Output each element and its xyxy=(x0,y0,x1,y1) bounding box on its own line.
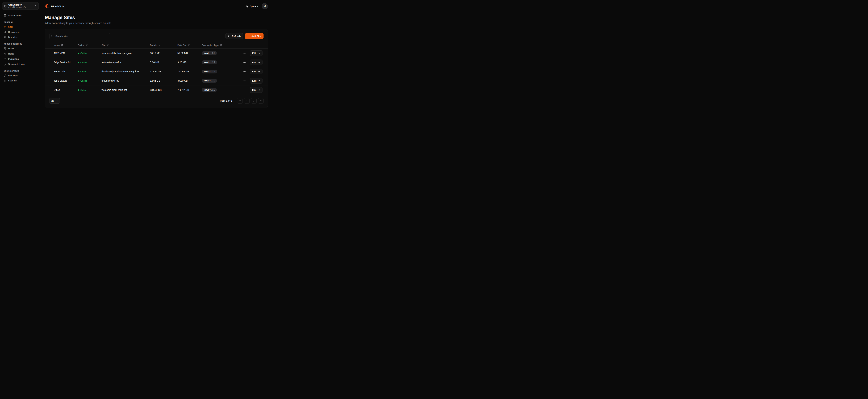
sidebar-item-server-admin[interactable]: Server Admin xyxy=(2,13,39,18)
first-page-button[interactable] xyxy=(237,98,243,104)
search-input[interactable] xyxy=(49,33,111,39)
theme-toggle[interactable]: System xyxy=(246,5,258,8)
connection-type-version: v1.3.2 xyxy=(210,70,215,73)
ellipsis-icon xyxy=(243,70,246,73)
chevron-left-icon xyxy=(246,99,248,102)
table-row: Jeff's Laptop Online smug-brown-rat 12.6… xyxy=(45,76,268,85)
next-page-button[interactable] xyxy=(251,98,256,104)
last-page-button[interactable] xyxy=(258,98,264,104)
column-header-name[interactable]: Name xyxy=(54,44,78,47)
site-name-cell: AWS VPC xyxy=(54,52,78,55)
edit-label: Edit xyxy=(252,70,256,73)
avatar[interactable]: M xyxy=(261,3,268,9)
row-edit-button[interactable]: Edit xyxy=(250,60,262,65)
column-header-online[interactable]: Online xyxy=(78,44,101,47)
tunnel-name-cell: smug-brown-rat xyxy=(101,79,150,82)
online-label: Online xyxy=(81,80,87,82)
table-footer: 20 Page 1 of 1 xyxy=(45,98,268,104)
edit-label: Edit xyxy=(252,52,256,55)
org-switcher[interactable]: Organization milo@fossorial.io's ... xyxy=(2,2,39,10)
add-site-button[interactable]: Add Site xyxy=(245,33,264,39)
sites-card: Refresh Add Site Name Online Site Data I… xyxy=(45,29,268,108)
connection-type-version: v1.3.2 xyxy=(210,61,215,64)
row-edit-button[interactable]: Edit xyxy=(250,50,262,56)
row-edit-button[interactable]: Edit xyxy=(250,87,262,93)
arrow-right-icon xyxy=(258,61,260,64)
online-dot-icon xyxy=(78,89,79,91)
table-row: Office Online welcome-giant-mole-rat 534… xyxy=(45,85,268,94)
online-dot-icon xyxy=(78,71,79,72)
sidebar-item-label: Resources xyxy=(8,31,20,33)
sidebar-item-sites[interactable]: Sites xyxy=(2,24,39,29)
page-size-select[interactable]: 20 xyxy=(49,98,60,104)
sidebar-item-roles[interactable]: Roles xyxy=(2,51,39,56)
column-header-data-out[interactable]: Data Out xyxy=(178,44,202,47)
column-header-connection-type[interactable]: Connection Type xyxy=(202,44,242,47)
data-out-cell: 780.12 GB xyxy=(178,89,202,91)
sidebar-item-resources[interactable]: Resources xyxy=(2,30,39,35)
data-in-cell: 534.98 GB xyxy=(150,89,178,91)
row-more-options-button[interactable] xyxy=(242,79,247,83)
sidebar-item-settings[interactable]: Settings xyxy=(2,78,39,83)
arrow-right-icon xyxy=(258,89,260,91)
sidebar-item-users[interactable]: Users xyxy=(2,46,39,51)
online-status-cell: Online xyxy=(78,80,101,82)
key-icon xyxy=(4,74,6,77)
connection-type-name: Newt xyxy=(204,52,209,54)
page-subtitle: Allow connectivity to your network throu… xyxy=(45,22,268,25)
data-in-cell: 30.12 MB xyxy=(150,52,178,55)
chevrons-right-icon xyxy=(259,99,262,102)
pangolin-logo-icon xyxy=(45,4,50,9)
page-title: Manage Sites xyxy=(45,15,268,20)
sort-icon xyxy=(220,44,222,47)
connection-type-version: v1.3.2 xyxy=(210,89,215,91)
search-icon xyxy=(51,35,54,37)
connection-type-badge: Newt v1.3.2 xyxy=(202,60,217,64)
site-name-cell: Jeff's Laptop xyxy=(54,79,78,82)
sites-grid-icon xyxy=(4,26,6,28)
brand[interactable]: PANGOLIN xyxy=(45,4,65,9)
tunnel-name-cell: fortunate-cape-fox xyxy=(101,61,150,64)
refresh-button[interactable]: Refresh xyxy=(225,33,243,39)
row-edit-button[interactable]: Edit xyxy=(250,78,262,84)
sidebar-section-organization: ORGANIZATION xyxy=(4,70,37,72)
sidebar-section-general: GENERAL xyxy=(4,21,37,23)
sort-icon xyxy=(86,44,88,47)
connection-type-version: v1.3.2 xyxy=(210,52,215,54)
page-info: Page 1 of 1 xyxy=(220,99,232,102)
edit-label: Edit xyxy=(252,61,256,64)
row-edit-button[interactable]: Edit xyxy=(250,69,262,74)
arrow-right-icon xyxy=(258,70,260,73)
edit-label: Edit xyxy=(252,80,256,82)
sidebar-item-domains[interactable]: Domains xyxy=(2,35,39,40)
sidebar-item-api-keys[interactable]: API Keys xyxy=(2,73,39,78)
chevrons-left-icon xyxy=(239,99,241,102)
sidebar-scrollbar-thumb[interactable] xyxy=(41,72,41,78)
refresh-icon xyxy=(228,35,230,37)
row-more-options-button[interactable] xyxy=(242,60,247,65)
row-more-options-button[interactable] xyxy=(242,69,247,74)
prev-page-button[interactable] xyxy=(244,98,250,104)
online-label: Online xyxy=(81,89,87,91)
ellipsis-icon xyxy=(243,89,246,92)
data-out-cell: 3.20 MB xyxy=(178,61,202,64)
sidebar-item-label: Domains xyxy=(8,36,18,38)
sidebar-item-label: Shareable Links xyxy=(8,63,25,65)
sidebar-item-label: Invitations xyxy=(8,58,19,60)
ellipsis-icon xyxy=(243,61,246,64)
sidebar-section-access-control: ACCESS CONTROL xyxy=(4,43,37,45)
tunnel-name-cell: dead-san-joaquin-antelope-squirrel xyxy=(101,70,150,73)
row-more-options-button[interactable] xyxy=(242,51,247,55)
column-header-site[interactable]: Site xyxy=(101,44,150,47)
sidebar-item-invitations[interactable]: Invitations xyxy=(2,56,39,61)
online-status-cell: Online xyxy=(78,89,101,91)
add-site-label: Add Site xyxy=(251,35,261,37)
online-status-cell: Online xyxy=(78,61,101,64)
online-dot-icon xyxy=(78,80,79,82)
sidebar-item-shareable-links[interactable]: Shareable Links xyxy=(2,62,39,67)
sites-toolbar: Refresh Add Site xyxy=(45,33,268,39)
column-header-data-in[interactable]: Data In xyxy=(150,44,178,47)
row-more-options-button[interactable] xyxy=(242,88,247,92)
data-out-cell: 52.02 MB xyxy=(178,52,202,55)
table-row: Home Lab Online dead-san-joaquin-antelop… xyxy=(45,67,268,76)
